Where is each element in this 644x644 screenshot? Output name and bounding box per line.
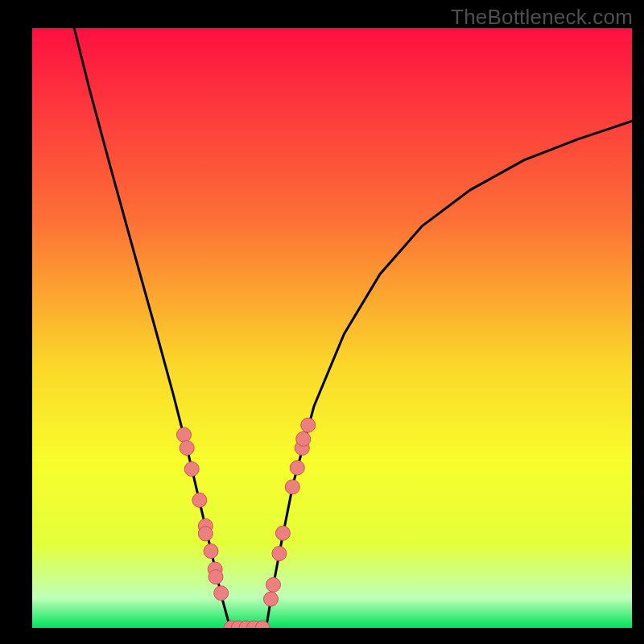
- data-point: [180, 441, 194, 456]
- data-point: [192, 493, 207, 507]
- data-point: [177, 427, 192, 442]
- gradient-background: [32, 28, 632, 628]
- data-point: [272, 547, 287, 561]
- chart-svg: [32, 28, 632, 628]
- data-point: [301, 418, 316, 432]
- data-point: [275, 526, 290, 540]
- data-point: [198, 526, 213, 541]
- data-point: [208, 570, 223, 584]
- data-point: [184, 462, 199, 477]
- data-point: [290, 460, 304, 475]
- data-point: [296, 431, 311, 446]
- data-point: [214, 586, 229, 601]
- data-point: [204, 544, 218, 559]
- data-point: [264, 592, 279, 606]
- data-point: [266, 577, 281, 592]
- data-point: [285, 480, 299, 494]
- watermark-text: TheBottleneck.com: [451, 5, 633, 30]
- outer-frame: TheBottleneck.com: [0, 0, 644, 644]
- plot-area: [32, 28, 632, 628]
